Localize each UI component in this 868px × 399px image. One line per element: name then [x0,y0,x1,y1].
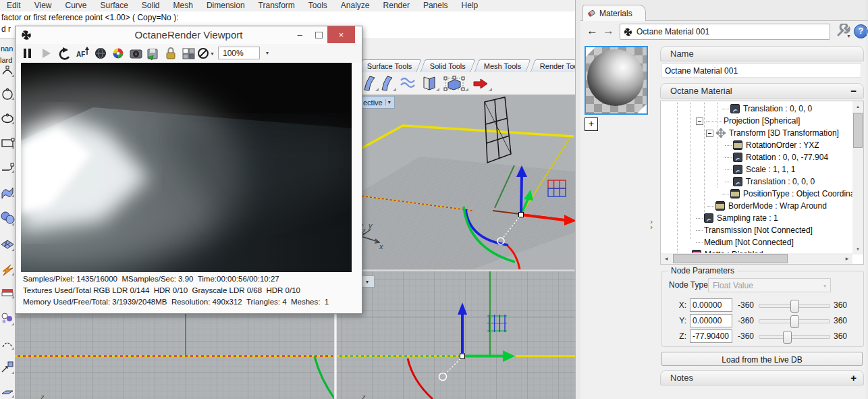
tree-node-translation[interactable]: Translation : 0, 0, 0 [661,103,852,115]
tree-node-bordermode[interactable]: BorderMode : Wrap Around [661,200,852,212]
panel-expander[interactable]: › › [648,219,655,230]
octane-toolbar-icons[interactable]: AF ▼ [16,44,218,63]
y-value-input[interactable] [690,314,732,327]
menu-mesh[interactable]: Mesh [167,0,200,10]
material-preview[interactable] [585,46,648,115]
focus-picker-icon: AF [76,47,89,58]
slider-max-label: 360 [834,316,855,325]
zoom-level-combo[interactable]: 100% [218,47,260,59]
add-material-button[interactable]: + [585,117,598,131]
collapse-box-icon[interactable] [706,130,713,137]
menu-render[interactable]: Render [377,0,416,10]
tree-node-translation2[interactable]: Translation : 0, 0, 0 [661,176,852,188]
close-button[interactable]: × [327,26,355,43]
fold-tool-icon [424,77,429,90]
window-title-bar[interactable]: OctaneRender Viewport – × [16,26,362,45]
tab-materials[interactable]: Materials [582,5,646,21]
x-slider[interactable] [759,304,830,308]
menu-analyze[interactable]: Analyze [334,0,377,10]
menu-panels[interactable]: Panels [416,0,455,10]
scroll-left-arrow[interactable]: ◀ [661,253,672,264]
menu-tools[interactable]: Tools [302,0,334,10]
clay-mode-dropdown-arrow[interactable]: ▼ [210,51,215,56]
perspective-viewport-label[interactable]: ective ▾ [360,96,395,109]
z-value-input[interactable] [690,329,732,343]
load-live-db-button[interactable]: Load from the Live DB [661,352,863,366]
tab-solid-tools[interactable]: Solid Tools [421,59,476,72]
scrollbar-thumb[interactable] [673,254,788,263]
move-tool-icon [2,362,13,372]
tab-mesh-tools[interactable]: Mesh Tools [474,59,531,72]
scroll-down-arrow[interactable]: ▼ [852,244,863,255]
forward-button[interactable]: → [603,24,614,38]
help-button[interactable]: ? [854,24,868,38]
expand-section-button[interactable]: + [850,372,857,383]
slider-thumb[interactable] [790,315,799,328]
menu-solid[interactable]: Solid [135,0,167,10]
menu-view[interactable]: View [28,0,59,10]
color-wheel-icon [113,49,124,59]
menu-bar: EditViewCurveSurfaceSolidMeshDimensionTr… [0,0,575,11]
y-parameter-row: Y: -360 360 [662,314,865,329]
viewport-menu-arrow[interactable]: ▾ [385,99,393,105]
tree-node-rotation[interactable]: Rotation : 0, 0, -77.904 [661,151,852,163]
slider-thumb[interactable] [790,300,799,313]
zoom-dropdown-arrow[interactable]: ▾ [263,47,272,59]
surface-tool-icon [2,188,13,198]
maximize-button[interactable] [310,28,327,42]
tree-node-scale[interactable]: Scale : 1, 1, 1 [661,163,852,176]
minimize-button[interactable]: – [291,28,308,42]
tree-node-samplingrate[interactable]: Sampling rate : 1 [661,212,852,224]
scrollbar-thumb[interactable] [853,113,863,148]
tree-node-transform[interactable]: Transform [3D Transformation] [661,127,852,139]
restart-icon [60,47,69,59]
octane-logo-icon [624,28,632,36]
menu-surface[interactable]: Surface [94,0,135,10]
menu-curve[interactable]: Curve [58,0,93,10]
tree-vertical-scrollbar[interactable]: ▲ ▼ [852,101,863,255]
tools-wrench-button[interactable]: ▼ [836,24,852,38]
notes-section-header[interactable]: Notes + [660,370,864,385]
axis-label-z: z [40,393,45,399]
back-button[interactable]: ← [587,24,598,38]
tool-icons[interactable] [362,74,504,94]
mesh-tool-icon [1,240,13,248]
curve-tool-icon [3,70,12,74]
toolbar-text-fragment: lard [0,56,12,64]
collapse-box-icon[interactable] [696,117,703,125]
octane-toolbar: AF ▼ 100% ▾ [16,44,362,63]
corner-fold [637,104,647,113]
tree-node-positiontype[interactable]: PositionType : Object Coordinate [661,188,852,200]
menu-edit[interactable]: Edit [0,0,28,10]
octane-render-window[interactable]: OctaneRender Viewport – × AF [15,26,362,314]
collapse-section-button[interactable]: − [850,85,857,97]
menu-help[interactable]: Help [455,0,485,10]
slider-thumb[interactable] [783,331,792,344]
menu-dimension[interactable]: Dimension [200,0,252,10]
scroll-right-arrow[interactable]: ▶ [842,253,852,264]
node-type-select[interactable]: Float Value ▾ [708,278,831,292]
x-value-input[interactable] [690,298,732,312]
tree-node-medium[interactable]: Medium [Not Connected] [661,236,852,248]
material-selector[interactable]: Octane Material 001 [620,24,830,40]
camera-icon [130,50,142,58]
material-name-input[interactable] [661,63,861,78]
menu-transform[interactable]: Transform [252,0,302,10]
z-slider[interactable] [759,335,830,339]
y-slider[interactable] [759,319,830,323]
tree-node-transmission[interactable]: Transmission [Not Connected] [661,224,852,236]
material-node-tree[interactable]: Translation : 0, 0, 0 Projection [Spheri… [660,101,864,265]
scroll-up-arrow[interactable]: ▲ [852,101,863,112]
x-axis-label: X: [672,300,686,310]
y-axis-label: Y: [672,316,686,325]
left-toolbar[interactable] [0,65,15,399]
save-image-icon [148,49,157,60]
tree-node-projection[interactable]: Projection [Spherical] [661,115,852,127]
octane-material-section-header[interactable]: Octane Material − [660,83,864,99]
name-section-header[interactable]: Name [660,46,864,61]
tree-node-rotationorder[interactable]: RotationOrder : YXZ [661,139,852,151]
node-parameters-title: Node Parameters [668,266,737,275]
tree-horizontal-scrollbar[interactable]: ◀ ▶ [661,253,852,264]
tab-surface-tools[interactable]: Surface Tools [358,59,422,72]
corner-fold [586,47,595,57]
